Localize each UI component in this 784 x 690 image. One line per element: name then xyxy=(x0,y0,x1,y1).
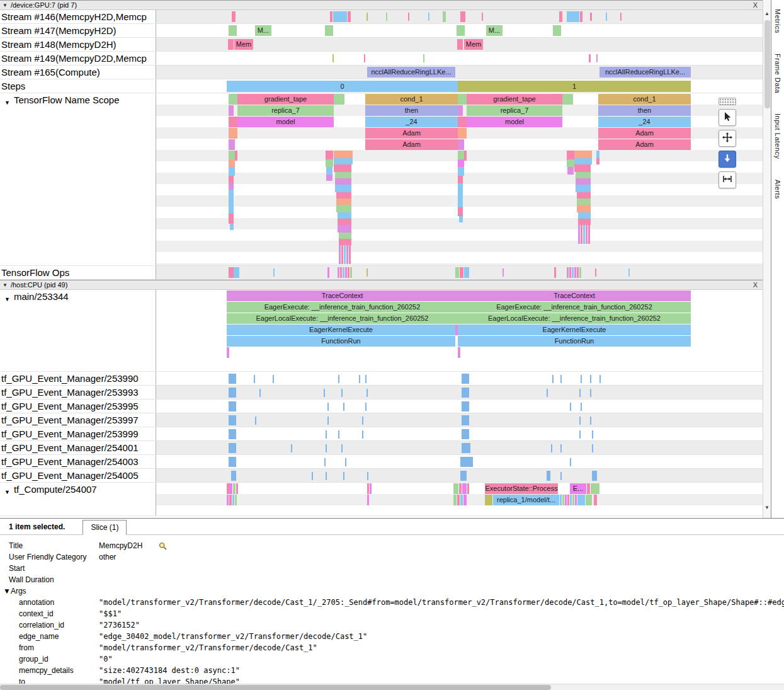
trace-slice[interactable] xyxy=(254,375,255,383)
trace-slice[interactable]: EagerExecute: __inference_train_function… xyxy=(458,302,691,313)
trace-slice[interactable] xyxy=(229,151,235,159)
trace-slice[interactable] xyxy=(591,483,599,494)
trace-slice[interactable] xyxy=(227,495,229,505)
trace-slice[interactable] xyxy=(259,389,261,397)
trace-slice[interactable] xyxy=(462,388,469,398)
trace-slice[interactable] xyxy=(229,214,234,224)
tab-metrics[interactable]: Metrics xyxy=(774,9,781,33)
trace-slice[interactable]: gradient_tape xyxy=(467,94,562,105)
trace-slice[interactable] xyxy=(312,472,313,480)
trace-slice[interactable] xyxy=(567,159,574,167)
trace-slice[interactable] xyxy=(458,167,464,176)
trace-slice[interactable] xyxy=(599,375,601,383)
collapse-arrow-icon[interactable]: ▼ xyxy=(4,486,10,499)
cpu-section-header[interactable]: ▼ /host:CPU (pid 49) X xyxy=(0,280,763,290)
trace-slice[interactable] xyxy=(458,94,467,105)
trace-slice[interactable] xyxy=(574,158,592,164)
trace-slice[interactable] xyxy=(359,375,360,383)
trace-slice[interactable] xyxy=(595,268,596,277)
trace-slice[interactable] xyxy=(233,483,236,494)
trace-slice[interactable]: Mem xyxy=(234,39,253,50)
trace-slice[interactable] xyxy=(338,267,339,278)
trace-slice[interactable] xyxy=(273,268,275,277)
trace-slice[interactable]: _24 xyxy=(365,117,458,127)
track-label-name-scope[interactable]: ▼TensorFlow Name Scope xyxy=(0,93,156,265)
trace-slice[interactable] xyxy=(366,268,368,277)
trace-slice[interactable] xyxy=(326,175,332,181)
trace-slice[interactable] xyxy=(460,11,465,22)
trace-slice[interactable]: M... xyxy=(486,25,503,36)
trace-slice[interactable]: EagerKernelExecute xyxy=(458,325,691,335)
trace-slice[interactable] xyxy=(560,375,562,383)
trace-slice[interactable] xyxy=(423,54,424,62)
trace-slice[interactable] xyxy=(547,389,548,397)
trace-slice[interactable] xyxy=(570,458,571,466)
trace-slice[interactable] xyxy=(458,159,464,167)
trace-slice[interactable]: gradient_tape xyxy=(237,94,334,105)
trace-slice[interactable] xyxy=(464,267,469,278)
trace-slice[interactable] xyxy=(229,415,236,425)
trace-slice[interactable]: Adam xyxy=(598,139,691,150)
trace-slice[interactable] xyxy=(576,172,591,178)
trace-slice[interactable] xyxy=(592,471,597,481)
gpu-section-close-button[interactable]: X xyxy=(753,1,758,9)
cpu-section-close-button[interactable]: X xyxy=(753,281,758,289)
track-canvas-stream-165[interactable]: ncclAllReduceRingLLKe...ncclAllReduceRin… xyxy=(156,66,763,79)
collapse-arrow-icon[interactable]: ▼ xyxy=(4,293,10,306)
trace-slice[interactable] xyxy=(574,267,576,278)
trace-slice[interactable] xyxy=(576,185,591,192)
track-canvas-name-scope[interactable]: gradient_tapecond_1gradient_tapecond_1re… xyxy=(156,93,763,265)
trace-slice[interactable] xyxy=(581,375,582,383)
trace-slice[interactable]: TraceContext xyxy=(458,290,691,301)
trace-slice[interactable] xyxy=(330,11,332,22)
trace-slice[interactable] xyxy=(230,224,234,230)
trace-slice[interactable] xyxy=(464,151,467,161)
trace-slice[interactable] xyxy=(336,192,351,198)
trace-slice[interactable] xyxy=(341,444,343,452)
track-canvas-em-253997[interactable] xyxy=(156,413,763,427)
trace-slice[interactable] xyxy=(567,167,574,175)
trace-slice[interactable] xyxy=(579,430,581,439)
trace-slice[interactable] xyxy=(572,495,574,505)
trace-slice[interactable] xyxy=(567,267,569,278)
trace-slice[interactable] xyxy=(326,167,332,175)
trace-slice[interactable] xyxy=(577,198,591,205)
trace-slice[interactable] xyxy=(332,54,334,62)
trace-slice[interactable] xyxy=(229,139,235,150)
trace-slice[interactable]: 1 xyxy=(458,81,691,92)
trace-slice[interactable] xyxy=(467,483,469,494)
trace-slice[interactable] xyxy=(482,13,483,21)
trace-slice[interactable] xyxy=(336,205,351,212)
tab-alerts[interactable]: Alerts xyxy=(774,180,781,199)
trace-slice[interactable] xyxy=(336,198,351,205)
trace-slice[interactable] xyxy=(457,495,460,505)
track-canvas-stream-149[interactable] xyxy=(156,52,763,65)
zoom-tool-button[interactable] xyxy=(719,151,736,168)
trace-slice[interactable] xyxy=(458,347,460,358)
trace-slice[interactable] xyxy=(458,151,464,159)
trace-slice[interactable] xyxy=(459,483,462,494)
timing-tool-button[interactable] xyxy=(719,171,736,188)
trace-slice[interactable] xyxy=(339,245,341,264)
trace-slice[interactable] xyxy=(346,245,348,264)
trace-slice[interactable] xyxy=(578,219,591,225)
trace-slice[interactable]: EagerExecute: __inference_train_function… xyxy=(227,302,458,313)
trace-slice[interactable] xyxy=(231,471,236,481)
pan-tool-button[interactable] xyxy=(719,130,736,147)
trace-slice[interactable] xyxy=(562,94,573,105)
track-canvas-em-253999[interactable] xyxy=(156,427,763,440)
trace-slice[interactable] xyxy=(229,429,236,439)
trace-slice[interactable] xyxy=(229,117,237,127)
trace-slice[interactable]: EagerLocalExecute: __inference_train_fun… xyxy=(458,313,691,324)
trace-slice[interactable] xyxy=(345,458,346,466)
trace-slice[interactable] xyxy=(228,39,234,50)
trace-slice[interactable]: model xyxy=(237,117,334,127)
trace-slice[interactable]: E... xyxy=(570,483,586,494)
trace-slice[interactable] xyxy=(462,401,469,411)
trace-slice[interactable] xyxy=(341,245,343,264)
trace-slice[interactable] xyxy=(560,495,562,505)
trace-slice[interactable] xyxy=(327,417,329,425)
trace-slice[interactable] xyxy=(574,164,591,172)
trace-slice[interactable] xyxy=(462,429,469,439)
trace-slice[interactable] xyxy=(453,483,458,494)
